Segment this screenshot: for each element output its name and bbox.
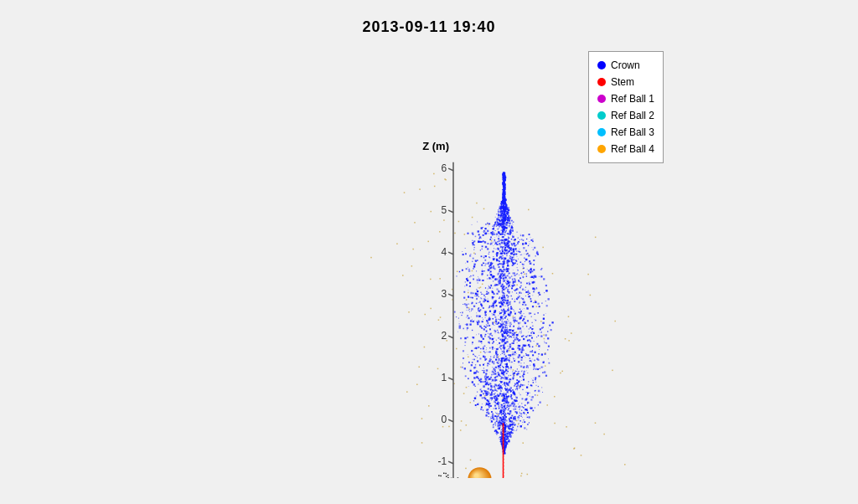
legend: CrownStemRef Ball 1Ref Ball 2Ref Ball 3R… xyxy=(588,51,664,163)
legend-color-dot xyxy=(597,111,606,120)
legend-label: Stem xyxy=(611,74,634,90)
legend-item: Ref Ball 1 xyxy=(597,90,654,107)
legend-color-dot xyxy=(597,61,606,69)
main-container: 2013-09-11 19:40 CrownStemRef Ball 1Ref … xyxy=(0,0,858,504)
legend-item: Ref Ball 3 xyxy=(597,124,654,141)
legend-label: Crown xyxy=(611,57,640,74)
chart-area: CrownStemRef Ball 1Ref Ball 2Ref Ball 3R… xyxy=(186,43,672,486)
legend-color-dot xyxy=(597,145,606,153)
legend-color-dot xyxy=(597,128,606,136)
legend-item: Ref Ball 4 xyxy=(597,141,654,157)
legend-label: Ref Ball 1 xyxy=(611,90,654,107)
legend-label: Ref Ball 2 xyxy=(611,107,654,124)
legend-color-dot xyxy=(597,95,606,103)
legend-label: Ref Ball 4 xyxy=(611,141,654,157)
chart-title: 2013-09-11 19:40 xyxy=(362,18,495,36)
legend-label: Ref Ball 3 xyxy=(611,124,654,141)
legend-item: Ref Ball 2 xyxy=(597,107,654,124)
legend-item: Crown xyxy=(597,57,654,74)
legend-item: Stem xyxy=(597,74,654,90)
legend-color-dot xyxy=(597,78,606,86)
